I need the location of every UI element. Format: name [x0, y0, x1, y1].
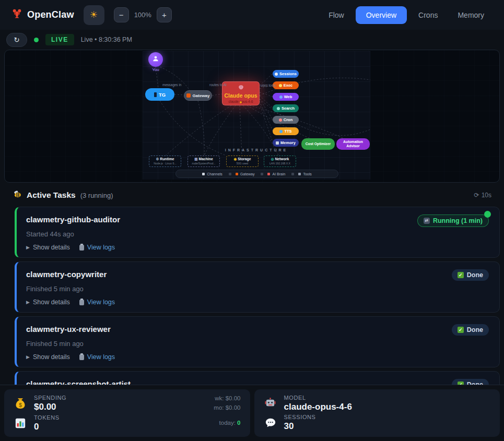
- infra-node-runtime[interactable]: ⚙Runtime Node.js · Linux 6...: [149, 156, 181, 167]
- tool-node-web[interactable]: Web: [273, 93, 299, 101]
- show-details-button[interactable]: ▶Show details: [26, 244, 70, 251]
- speech-bubble-icon: [264, 417, 277, 428]
- infra-node-storage[interactable]: ◉Storage 50G used: [226, 156, 259, 167]
- live-timestamp: Live • 8:30:36 PM: [81, 36, 132, 43]
- network-icon: ◎: [271, 157, 274, 161]
- you-node-label: You: [144, 67, 167, 72]
- globe-icon: [279, 96, 283, 99]
- sessions-row: SESSIONS 30: [264, 414, 491, 432]
- tokens-today-value: 0: [237, 420, 240, 426]
- sync-icon: ⇄: [424, 218, 430, 224]
- task-card-copywriter[interactable]: clawmetry-copywriter Finished 5 min ago …: [15, 261, 500, 313]
- edge-label-uses-tools: uses tools: [261, 84, 276, 87]
- model-row: MODEL claude-opus-4-6: [264, 395, 491, 412]
- bee-icon: [13, 189, 22, 201]
- active-tasks-header: Active Tasks (3 running) ⟳ 10s: [0, 183, 504, 207]
- spending-value: $0.00: [34, 402, 66, 412]
- main-nav: Flow Overview Crons Memory: [320, 6, 493, 24]
- nav-tab-flow[interactable]: Flow: [320, 6, 353, 24]
- nav-tab-memory[interactable]: Memory: [449, 6, 493, 24]
- gateway-icon: [236, 173, 238, 175]
- clipboard-icon: [79, 300, 84, 305]
- model-value: claude-opus-4-6: [284, 402, 352, 412]
- tool-node-cron[interactable]: Cron: [273, 116, 299, 124]
- task-card-ux-reviewer[interactable]: clawmetry-ux-reviewer Finished 5 min ago…: [15, 316, 500, 367]
- model-sessions-card: MODEL claude-opus-4-6 SESSIONS 30: [254, 389, 500, 437]
- show-details-button[interactable]: ▶Show details: [26, 299, 70, 306]
- spending-tokens-card: $ SPENDING $0.00 wk: $0.00 mo: $0.00 TOK…: [4, 389, 250, 437]
- brain-icon: [238, 84, 244, 93]
- gateway-node[interactable]: Gateway: [184, 90, 212, 101]
- task-meta: Started 44s ago: [26, 230, 490, 238]
- running-count: (3 running): [80, 192, 113, 199]
- task-card-github-auditor[interactable]: clawmetry-github-auditor Started 44s ago…: [15, 207, 500, 258]
- telegram-channel-node[interactable]: TG: [145, 88, 174, 101]
- check-icon: ✓: [458, 327, 464, 333]
- bottom-stats-bar: $ SPENDING $0.00 wk: $0.00 mo: $0.00 TOK…: [0, 385, 504, 441]
- bolt-icon: [279, 84, 282, 87]
- zoom-level: 100%: [134, 11, 151, 19]
- architecture-graph-panel: You TG Gateway Claude opus claude-opus-4…: [4, 50, 500, 183]
- spending-week: wk: $0.00: [214, 394, 240, 403]
- refresh-button[interactable]: ↻: [6, 33, 27, 47]
- view-logs-link[interactable]: View logs: [79, 244, 115, 251]
- view-logs-link[interactable]: View logs: [79, 299, 115, 306]
- legend-ai-brain: AI Brain: [267, 172, 294, 176]
- ai-brain-icon: [267, 173, 270, 175]
- you-node[interactable]: [148, 52, 163, 67]
- status-badge-done: ✓Done: [452, 324, 489, 336]
- triangle-icon: ▶: [26, 300, 30, 305]
- clock-icon: [279, 118, 282, 122]
- bar-chart-icon: [14, 418, 27, 429]
- view-logs-link[interactable]: View logs: [79, 353, 115, 361]
- robot-icon: [264, 397, 277, 409]
- svg-text:$: $: [19, 402, 22, 408]
- tool-node-search[interactable]: Search: [273, 104, 299, 112]
- triangle-icon: ▶: [26, 245, 30, 250]
- clipboard-icon: [79, 245, 84, 251]
- task-meta: Finished 5 min ago: [26, 285, 490, 293]
- ai-brain-status-dot: [240, 101, 242, 103]
- money-bag-icon: $: [14, 397, 27, 410]
- person-icon: [152, 55, 159, 64]
- live-badge: LIVE: [45, 34, 74, 45]
- task-name: clawmetry-ux-reviewer: [26, 325, 490, 333]
- tokens-today: today: 0: [219, 419, 241, 428]
- ai-brain-title: Claude opus: [224, 93, 257, 99]
- legend-gateway: Gateway: [236, 172, 264, 176]
- spending-label: SPENDING: [34, 395, 66, 401]
- ai-brain-node[interactable]: Claude opus claude-opus-4-6: [222, 81, 260, 105]
- infra-node-machine[interactable]: ▤Machine zude/SystemProd...: [187, 156, 220, 167]
- infra-node-network[interactable]: ◎Network LAN 192.168.X.X: [264, 156, 296, 167]
- edge-label-routes-to-ai: routes to AI: [209, 83, 227, 87]
- tool-node-tts[interactable]: TTS: [273, 127, 299, 135]
- gear-icon: ⚙: [156, 157, 159, 161]
- search-icon: [277, 107, 280, 110]
- tool-node-memory[interactable]: Memory: [273, 139, 299, 147]
- zoom-in-button[interactable]: +: [157, 7, 172, 22]
- graph-canvas[interactable]: You TG Gateway Claude opus claude-opus-4…: [143, 51, 370, 180]
- tool-node-exec[interactable]: Exec: [273, 81, 299, 89]
- refresh-icon: ↻: [14, 36, 20, 44]
- tokens-label: TOKENS: [34, 414, 60, 421]
- tool-node-sessions[interactable]: Sessions: [273, 70, 299, 78]
- live-status-bar: ↻ LIVE Live • 8:30:36 PM: [0, 30, 504, 50]
- theme-toggle-button[interactable]: ☀: [84, 5, 104, 25]
- task-name: clawmetry-copywriter: [26, 270, 490, 279]
- zoom-out-button[interactable]: −: [114, 7, 129, 22]
- spending-breakdown: wk: $0.00 mo: $0.00: [214, 394, 240, 413]
- legend-channels: Channels: [202, 172, 231, 176]
- nav-tab-crons[interactable]: Crons: [410, 6, 446, 24]
- nav-tab-overview[interactable]: Overview: [356, 6, 407, 24]
- computer-icon: ▤: [194, 157, 197, 161]
- refresh-cycle-icon: ⟳: [474, 192, 479, 199]
- status-badge-running: ⇄Running (1 min): [417, 214, 489, 227]
- show-details-button[interactable]: ▶Show details: [26, 353, 70, 361]
- spending-row: $ SPENDING $0.00 wk: $0.00 mo: $0.00: [14, 394, 241, 413]
- check-icon: ✓: [458, 272, 464, 278]
- spending-month: mo: $0.00: [214, 403, 240, 413]
- app-title: OpenClaw: [27, 9, 74, 20]
- model-label: MODEL: [284, 395, 352, 401]
- sessions-value: 30: [284, 421, 316, 432]
- disk-icon: [276, 141, 279, 145]
